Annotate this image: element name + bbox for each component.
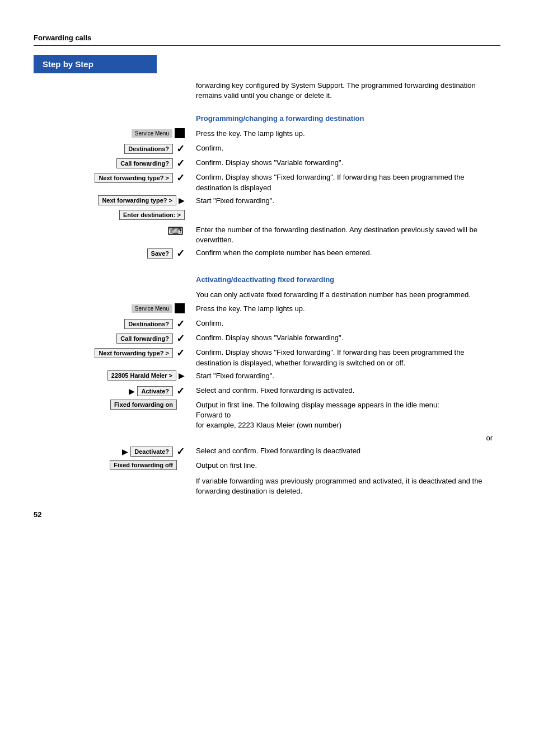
s2-row5-text: Start "Fixed forwarding". [190,370,500,381]
check-s2-3: ✓ [176,347,185,359]
check-s3-1: ✓ [176,445,185,458]
enter-dest-btn: Enter destination: > [119,210,185,220]
s2-row7-text: Output in first line. The following disp… [190,400,500,431]
filled-arrow-s2: ▶ [179,371,185,380]
s2-row3-text: Confirm. Display shows "Variable forward… [190,332,500,343]
row4-text: Confirm. Display shows "Fixed forwarding… [190,172,500,192]
s2-row4-text: Confirm. Display shows "Fixed forwarding… [190,347,500,368]
service-menu-label-2: Service Menu [132,304,172,313]
row3-text: Confirm. Display shows "Variable forward… [190,157,500,168]
fixed-fwd-on-label: Fixed forwarding on [110,400,177,410]
check-2: ✓ [176,157,185,170]
filled-arrow-1: ▶ [179,196,185,205]
section2-heading: Activating/deactivating fixed forwarding [190,275,334,284]
s3-row2-text: Output on first line. [190,460,500,471]
pointer-deactivate: ▶ [122,447,128,456]
save-btn: Save? [147,248,173,259]
check-s2-2: ✓ [176,332,185,345]
call-forwarding-btn-1: Call forwarding? [116,158,173,168]
next-fwd-type-btn-s2: Next forwarding type? > [95,348,173,358]
intro-text: forwarding key configured by System Supp… [190,80,500,101]
black-square-2 [175,303,185,313]
next-fwd-type-btn-1: Next forwarding type? > [95,173,173,183]
check-4: ✓ [176,247,185,260]
section1-heading: Programming/changing a forwarding destin… [190,114,364,123]
row8-text: Confirm when the complete number has bee… [190,247,500,258]
step-box: Step by Step [34,55,157,73]
s3-row3-text: If variable forwarding was previously pr… [190,476,500,496]
check-s2-4: ✓ [176,385,185,397]
s2-row6-text: Select and confirm. Fixed forwarding is … [190,385,500,396]
fixed-fwd-off-label: Fixed forwarding off [110,460,177,470]
deactivate-btn: Deactivate? [130,447,173,457]
row5-text: Start "Fixed forwarding". [190,195,500,206]
section2-intro: You can only activate fixed forwarding i… [190,289,500,300]
check-1: ✓ [176,143,185,155]
activate-btn: Activate? [137,386,173,396]
next-fwd-type-btn-2: Next forwarding type? > [98,195,176,205]
row1-text: Press the key. The lamp lights up. [190,128,500,139]
row6-text [190,210,500,210]
destinations-btn-1: Destinations? [124,144,173,154]
service-menu-label-1: Service Menu [132,129,172,138]
keyboard-icon: ⌨ [167,224,184,238]
check-s2-1: ✓ [176,318,185,330]
page-number: 52 [34,510,41,519]
call-forwarding-btn-2: Call forwarding? [116,334,173,344]
page-title: Forwarding calls [34,34,500,46]
check-3: ✓ [176,172,185,184]
pointer-activate: ▶ [129,387,135,396]
row7-text: Enter the number of the forwarding desti… [190,224,500,245]
black-square-1 [175,128,185,138]
row2-text: Confirm. [190,143,500,153]
or-text: or [486,434,493,442]
contact-btn: 22805 Harald Meier > [107,370,176,381]
s2-row1-text: Press the key. The lamp lights up. [190,303,500,314]
s3-row1-text: Select and confirm. Fixed forwarding is … [190,445,500,456]
s2-row2-text: Confirm. [190,318,500,328]
destinations-btn-2: Destinations? [124,319,173,329]
